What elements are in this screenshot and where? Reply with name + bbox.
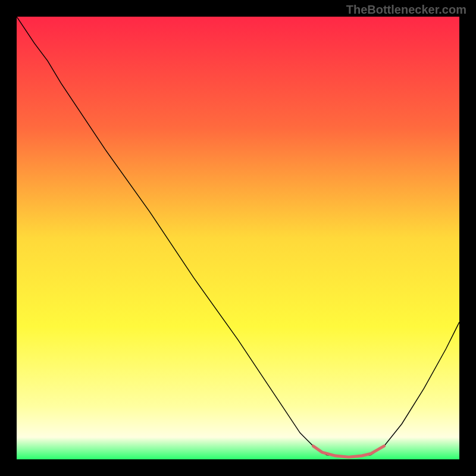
- watermark-text: TheBottlenecker.com: [346, 3, 466, 17]
- chart-background: [17, 17, 459, 459]
- bottleneck-chart: [17, 17, 459, 459]
- chart-svg: [17, 17, 459, 459]
